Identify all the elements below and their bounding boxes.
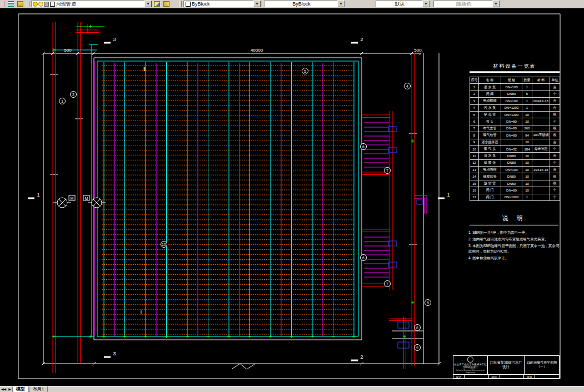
mat-cell: DN80 (501, 153, 522, 159)
mat-cell (532, 180, 550, 187)
mat-cell (532, 91, 550, 97)
mat-cell: 台 (550, 84, 560, 91)
mat-cell: 个 (550, 91, 560, 97)
layer-combo[interactable]: 河现管道 ▼ (31, 1, 152, 7)
mat-col-header: 数量 (522, 77, 532, 84)
mat-row: 11清 水 泵DN8010台 (470, 153, 560, 159)
mat-cell: 潜水搅拌器 (479, 139, 501, 145)
linetype-control-combo[interactable]: ByBlock ▼ (264, 1, 345, 7)
color-value: ByBlock (192, 1, 253, 7)
lineweight-combo-arrow[interactable]: ▼ (422, 1, 430, 7)
mat-cell: 曝 气 头 (479, 145, 501, 152)
note-item: 1. SBR池一共4座，图中为其中一座。 (468, 230, 560, 235)
mat-cell (532, 125, 550, 132)
mat-cell: DN=1200 (501, 111, 522, 118)
mat-cell: 2 (470, 91, 479, 97)
layer-combo-arrow[interactable]: ▼ (144, 1, 152, 7)
mat-cell: 个 (550, 194, 560, 200)
motor-label: M (85, 197, 88, 200)
mat-cell: 15 (470, 180, 479, 187)
mat-cell: 16 (470, 187, 479, 194)
lineweight-control-combo[interactable]: 默认 ▼ (376, 1, 430, 7)
dim-label: 40000 (251, 48, 263, 53)
mat-row: 17阀 门DN=10001个 (470, 194, 560, 200)
mat-cell: 14 (470, 173, 479, 180)
layer-states-icon[interactable] (16, 0, 24, 8)
balloon-number: 4 (406, 84, 408, 88)
section-number: 2 (360, 354, 363, 360)
color-control-combo[interactable]: ByBlock ▼ (183, 1, 261, 7)
mat-cell: 5 (522, 91, 532, 97)
title-block: 哈尔滨工业大学市政环境工程学院毕业设计 School of Municipal … (453, 355, 560, 379)
mat-cell: DN=80 (501, 118, 522, 125)
mat-cell: DN80 (501, 159, 522, 166)
mat-cell: 17 (470, 194, 479, 200)
mat-cell: 3 (470, 98, 479, 104)
title-block-row-signatures: 设计校核审核 (453, 375, 559, 379)
title-block-drawing-name-cell: SBR池曝气管平面图（一） (525, 356, 559, 374)
tab-model[interactable]: 模型 (12, 386, 29, 392)
mat-cell: D341X-16 (532, 98, 550, 104)
tab-layout1[interactable]: 布局1 (29, 386, 48, 392)
mat-col-header: 序号 (470, 77, 479, 84)
toolbar-grip[interactable] (179, 1, 182, 7)
mat-cell: 5 (470, 111, 479, 118)
mat-cell: 6 (470, 118, 479, 125)
mat-row: 12橡 胶 垫DN8010个 (470, 159, 560, 166)
model-space-canvas[interactable]: 1210546767589MM33221150040000500ⅡⅠ 材料设备一… (0, 8, 584, 386)
school-name: 哈尔滨工业大学市政环境工程学院毕业设计 (454, 363, 487, 369)
mat-row: 15放 空 管DN5010根 (470, 180, 560, 187)
mat-cell: DN=100 (501, 98, 522, 104)
mat-cell: 穿 孔 管 (479, 111, 501, 118)
layer-properties-toolbar: 河现管道 ▼ ByBlock ▼ ByBlock ▼ 默认 ▼ 随颜色 ▼ (0, 0, 584, 8)
mat-cell: 根 (550, 125, 560, 132)
color-combo-arrow[interactable]: ▼ (253, 1, 261, 7)
layer-properties-icon[interactable] (7, 0, 15, 8)
balloon-number: 2 (72, 93, 74, 97)
tab-nav-left-icon[interactable]: ◀◀ (0, 386, 7, 392)
mat-cell: 根 (550, 173, 560, 180)
mat-row: 2闸 阀DN805个 (470, 91, 560, 97)
mat-cell (532, 111, 550, 118)
linetype-combo-arrow[interactable]: ▼ (337, 1, 345, 7)
toolbar-grip[interactable] (2, 1, 4, 7)
mat-cell: 曝气软管 (479, 132, 501, 139)
mat-cell: 弯 头 (479, 118, 501, 125)
tab-nav-right-icon[interactable]: ▶ (7, 386, 12, 392)
mat-cell: 橡 胶 垫 (479, 159, 501, 166)
make-object-layer-current-icon[interactable] (153, 0, 161, 8)
mat-col-header: 单位 (550, 77, 560, 84)
mat-cell: 10 (522, 180, 532, 187)
layer-previous-icon[interactable] (162, 0, 171, 8)
mat-cell: 13 (470, 167, 479, 173)
toolbar-grip[interactable] (27, 1, 29, 7)
break-symbol (232, 364, 254, 369)
mat-cell: 1 (522, 98, 532, 104)
balloon-number: 1 (61, 99, 63, 103)
titleblock-label-cell: 设计 (453, 375, 465, 379)
balloon-number: 7 (386, 282, 388, 286)
mat-cell: 根 (550, 180, 560, 187)
mat-cell: 阀 门 (479, 194, 501, 200)
mat-cell: DN=80 (501, 132, 522, 139)
plotstyle-combo-arrow[interactable]: ▼ (492, 1, 500, 7)
plotstyle-control-combo[interactable]: 随颜色 ▼ (433, 1, 500, 7)
note-item: 4. 图中标注标高以米计。 (468, 255, 560, 261)
mat-cell: DN=1000 (501, 194, 522, 200)
mat-cell: 闸 阀 (479, 91, 501, 97)
mat-cell: DN80 (501, 173, 522, 180)
mat-cell: 布气支管 (479, 125, 501, 132)
mat-cell: 10 (522, 173, 532, 180)
mat-cell: 个 (550, 118, 560, 125)
mat-cell: 污 水 泵 (479, 104, 501, 111)
mat-row: 9潜水搅拌器10台 (470, 139, 560, 145)
mat-cell (532, 194, 550, 200)
mat-cell (532, 173, 550, 180)
note-item: 3. 本图为SBR池曝气管平面图，只画了其中一池，其余与此相同，管材为UPVC管… (468, 243, 560, 254)
mat-cell (532, 84, 550, 91)
mat-cell: 10 (522, 118, 532, 125)
mat-cell (532, 153, 550, 159)
titleblock-value-cell (465, 375, 489, 379)
notes-list: 1. SBR池一共4座，图中为其中一座。2. 池内曝气器沿池底均匀布置组成曝气单… (468, 230, 560, 262)
mat-cell: 10 (522, 153, 532, 159)
